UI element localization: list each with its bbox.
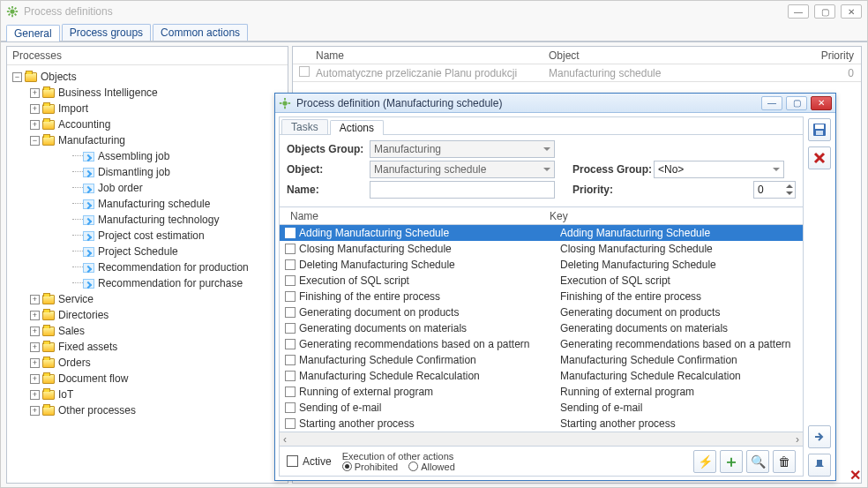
table-row[interactable]: Automatyczne przeliczanie Planu produkcj… xyxy=(293,64,861,82)
radio-allowed[interactable]: Allowed xyxy=(408,462,455,472)
tree-leaf[interactable]: Assembling job xyxy=(9,148,286,164)
tab-process-groups[interactable]: Process groups xyxy=(62,24,151,41)
grid-row[interactable]: Generating documents on materialsGenerat… xyxy=(280,320,803,336)
grid-row[interactable]: Deleting Manufacturing ScheduleDeleting … xyxy=(280,257,803,273)
field-priority[interactable]: 0 xyxy=(753,181,796,199)
tree-leaf[interactable]: Recommendation for purchase xyxy=(9,275,286,291)
inner-tab-tasks[interactable]: Tasks xyxy=(281,119,328,134)
pin-button[interactable] xyxy=(808,454,831,477)
tree-folder[interactable]: +Other processes xyxy=(9,402,286,418)
tree-folder[interactable]: −Manufacturing xyxy=(9,132,286,148)
inner-minimize-button[interactable]: — xyxy=(761,96,782,110)
tree-toggle-icon[interactable]: − xyxy=(30,136,40,146)
tree-folder[interactable]: +Sales xyxy=(9,323,286,339)
tree-toggle-icon[interactable]: + xyxy=(30,342,40,352)
tree-toggle-icon[interactable]: + xyxy=(30,88,40,98)
field-object[interactable]: Manufacturing schedule xyxy=(370,161,555,178)
grid-row[interactable]: Manufacturing Schedule ConfirmationManuf… xyxy=(280,352,803,368)
cancel-button[interactable] xyxy=(808,146,831,169)
save-button[interactable] xyxy=(808,118,831,141)
row-checkbox[interactable] xyxy=(285,387,296,397)
tree-leaf[interactable]: Recommendation for production xyxy=(9,259,286,275)
field-objects-group[interactable]: Manufacturing xyxy=(370,140,555,158)
row-checkbox[interactable] xyxy=(285,244,296,254)
tree-toggle-icon[interactable]: − xyxy=(12,72,22,82)
minimize-button[interactable]: — xyxy=(788,4,809,19)
tree-folder[interactable]: +Document flow xyxy=(9,371,286,387)
grid-row[interactable]: Manufacturing Schedule RecalculationManu… xyxy=(280,368,803,384)
field-name[interactable] xyxy=(370,181,555,199)
scroll-right-icon[interactable]: › xyxy=(796,433,799,446)
tree-leaf[interactable]: Manufacturing technology xyxy=(9,212,286,228)
tree-toggle-icon[interactable]: + xyxy=(30,295,40,304)
tree-folder[interactable]: +Service xyxy=(9,291,286,307)
tab-general[interactable]: General xyxy=(6,25,60,41)
row-checkbox[interactable] xyxy=(285,402,296,413)
col-priority[interactable]: Priority xyxy=(769,49,861,62)
gh-name[interactable]: Name xyxy=(285,210,550,222)
tab-common-actions[interactable]: Common actions xyxy=(153,24,248,41)
row-checkbox[interactable] xyxy=(285,291,296,302)
row-checkbox[interactable] xyxy=(285,418,296,429)
row-checkbox[interactable] xyxy=(285,275,296,286)
grid-row[interactable]: Closing Manufacturing ScheduleClosing Ma… xyxy=(280,241,803,257)
tree-folder[interactable]: −Objects xyxy=(9,69,286,85)
move-button[interactable] xyxy=(808,425,831,448)
row-checkbox[interactable] xyxy=(299,66,310,77)
radio-prohibited[interactable]: Prohibited xyxy=(342,462,399,472)
main-delete-icon[interactable]: ✕ xyxy=(847,467,863,483)
tree-toggle-icon[interactable]: + xyxy=(30,374,40,384)
tree-toggle-icon[interactable]: + xyxy=(30,406,40,416)
tree-folder[interactable]: +Business Intelligence xyxy=(9,85,286,101)
grid-row[interactable]: Finishing of the entire processFinishing… xyxy=(280,289,803,304)
delete-button[interactable]: 🗑 xyxy=(773,450,796,473)
row-checkbox[interactable] xyxy=(285,323,296,334)
tree-leaf[interactable]: Project cost estimation xyxy=(9,228,286,244)
grid-row[interactable]: Running of external programRunning of ex… xyxy=(280,384,803,400)
tree-folder[interactable]: +Orders xyxy=(9,355,286,371)
field-process-group[interactable]: <No> xyxy=(654,161,784,178)
add-button[interactable]: ＋ xyxy=(720,450,743,473)
maximize-button[interactable]: ▢ xyxy=(814,4,835,19)
inner-maximize-button[interactable]: ▢ xyxy=(786,96,807,110)
grid-hscroll[interactable]: ‹ › xyxy=(280,432,803,446)
tree-toggle-icon[interactable]: + xyxy=(30,120,40,130)
gh-key[interactable]: Key xyxy=(550,210,803,222)
inner-close-button[interactable]: ✕ xyxy=(811,96,832,110)
row-checkbox[interactable] xyxy=(285,307,296,318)
tree-toggle-icon[interactable]: + xyxy=(30,358,40,368)
run-button[interactable]: ⚡ xyxy=(693,450,716,473)
inner-tab-actions[interactable]: Actions xyxy=(330,120,384,135)
tree-folder[interactable]: +Import xyxy=(9,101,286,116)
grid-row[interactable]: Generating recommendations based on a pa… xyxy=(280,336,803,352)
tree-toggle-icon[interactable]: + xyxy=(30,327,40,336)
tree-folder[interactable]: +Fixed assets xyxy=(9,339,286,355)
grid-row[interactable]: Adding Manufacturing ScheduleAdding Manu… xyxy=(280,225,803,241)
row-checkbox[interactable] xyxy=(285,228,296,238)
grid-body[interactable]: Adding Manufacturing ScheduleAdding Manu… xyxy=(280,225,803,432)
tree-folder[interactable]: +IoT xyxy=(9,387,286,402)
tree-toggle-icon[interactable]: + xyxy=(30,104,40,114)
col-name[interactable]: Name xyxy=(293,49,549,62)
grid-row[interactable]: Execution of SQL scriptExecution of SQL … xyxy=(280,273,803,289)
tree-body[interactable]: −Objects+Business Intelligence+Import+Ac… xyxy=(7,65,288,483)
row-checkbox[interactable] xyxy=(285,339,296,349)
tree-leaf[interactable]: Job order xyxy=(9,180,286,196)
row-checkbox[interactable] xyxy=(285,371,296,381)
close-button[interactable]: ✕ xyxy=(841,4,862,19)
scroll-left-icon[interactable]: ‹ xyxy=(283,433,287,446)
active-checkbox[interactable]: Active xyxy=(287,455,332,468)
grid-row[interactable]: Starting another processStarting another… xyxy=(280,416,803,432)
tree-toggle-icon[interactable]: + xyxy=(30,311,40,320)
grid-row[interactable]: Sending of e-mailSending of e-mail xyxy=(280,400,803,416)
grid-row[interactable]: Generating document on productsGeneratin… xyxy=(280,304,803,320)
col-object[interactable]: Object xyxy=(549,49,769,62)
search-button[interactable]: 🔍 xyxy=(746,450,769,473)
tree-leaf[interactable]: Project Schedule xyxy=(9,244,286,259)
tree-folder[interactable]: +Directories xyxy=(9,307,286,323)
tree-leaf[interactable]: Manufacturing schedule xyxy=(9,196,286,212)
row-checkbox[interactable] xyxy=(285,259,296,270)
tree-folder[interactable]: +Accounting xyxy=(9,116,286,132)
row-checkbox[interactable] xyxy=(285,355,296,365)
tree-toggle-icon[interactable]: + xyxy=(30,390,40,400)
